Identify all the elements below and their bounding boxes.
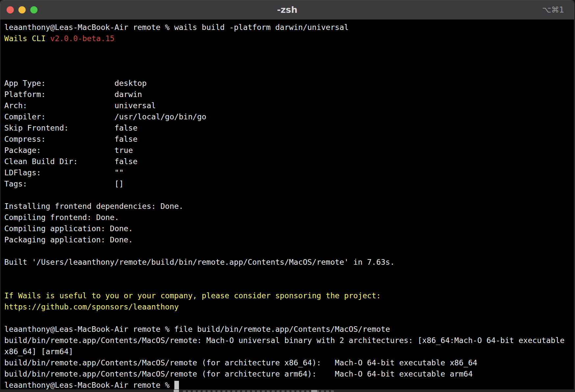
terminal-line: leaanthony@Leas-MacBook-Air remote % fil… (4, 324, 574, 335)
terminal-line: https://github.com/sponsors/leaanthony (4, 301, 574, 312)
terminal-cursor (174, 381, 179, 389)
terminal-output[interactable]: leaanthony@Leas-MacBook-Air remote % wai… (0, 20, 574, 389)
terminal-line: Installing frontend dependencies: Done. (4, 201, 574, 212)
terminal-line: leaanthony@Leas-MacBook-Air remote % wai… (4, 22, 574, 33)
terminal-line: Wails CLI v2.0.0-beta.15 (4, 33, 574, 44)
terminal-window: -zsh ⌥⌘1 leaanthony@Leas-MacBook-Air rem… (0, 0, 574, 389)
terminal-line: Compiling frontend: Done. (4, 212, 574, 223)
clipped-text-fragment-bright (311, 390, 317, 392)
terminal-line: build/bin/remote.app/Contents/MacOS/remo… (4, 357, 574, 368)
terminal-line: Platform: darwin (4, 89, 574, 100)
terminal-line: If Wails is useful to you or your compan… (4, 290, 574, 301)
terminal-line (4, 189, 574, 201)
terminal-line: Built '/Users/leaanthony/remote/build/bi… (4, 257, 574, 268)
terminal-line: x86_64] [arm64] (4, 346, 574, 357)
terminal-line: build/bin/remote.app/Contents/MacOS/remo… (4, 335, 574, 346)
terminal-line (4, 245, 574, 257)
window-titlebar[interactable]: -zsh ⌥⌘1 (0, 0, 574, 20)
terminal-line: LDFlags: "" (4, 167, 574, 178)
tab-shortcut-hint: ⌥⌘1 (542, 0, 564, 19)
terminal-line (4, 268, 574, 279)
terminal-line: Arch: universal (4, 100, 574, 111)
clipped-background-row (0, 389, 575, 392)
terminal-line: Clean Build Dir: false (4, 156, 574, 167)
terminal-line: leaanthony@Leas-MacBook-Air remote % (4, 380, 574, 389)
terminal-line: App Type: desktop (4, 78, 574, 89)
terminal-line: build/bin/remote.app/Contents/MacOS/remo… (4, 368, 574, 380)
terminal-line (4, 44, 574, 55)
window-title: -zsh (0, 0, 574, 19)
terminal-line (4, 66, 574, 78)
terminal-line: Skip Frontend: false (4, 122, 574, 134)
terminal-line (4, 279, 574, 290)
terminal-line: Package: true (4, 145, 574, 156)
terminal-line (4, 312, 574, 324)
terminal-line: Compress: false (4, 134, 574, 145)
clipped-cursor-fragment (174, 390, 179, 392)
terminal-line: Tags: [] (4, 178, 574, 189)
terminal-line: Compiler: /usr/local/go/bin/go (4, 111, 574, 122)
terminal-line (4, 55, 574, 66)
terminal-line: Compiling application: Done. (4, 223, 574, 234)
terminal-line: Packaging application: Done. (4, 234, 574, 245)
